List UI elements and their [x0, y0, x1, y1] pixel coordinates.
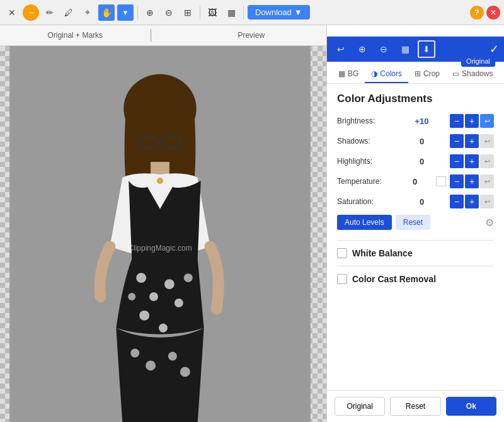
gear-icon[interactable]: ⚙ [485, 217, 494, 229]
svg-point-7 [175, 299, 183, 307]
saturation-label: Saturation: [337, 197, 394, 206]
saturation-plus[interactable]: + [465, 195, 479, 208]
tab-bg-label: BG [348, 69, 358, 78]
shadows-icon: ▭ [452, 69, 459, 78]
hand-tool-icon[interactable]: ✋ [98, 4, 115, 21]
select-tool-icon[interactable]: ▼ [117, 4, 134, 21]
temperature-plus[interactable]: + [465, 174, 479, 188]
separator-3 [243, 6, 244, 20]
tab-colors-label: Colors [380, 69, 402, 78]
color-cast-section: Color Cast Removal [337, 266, 494, 292]
highlights-controls: − + ↩ [450, 154, 494, 168]
brightness-minus[interactable]: − [450, 114, 464, 128]
brightness-value: +10 [398, 117, 446, 126]
main-container: Original + Marks Preview [0, 25, 504, 422]
tab-crop[interactable]: ⊞ Crop [408, 66, 446, 83]
temperature-minus[interactable]: − [450, 174, 464, 188]
image-icon[interactable]: 🖼 [204, 4, 220, 21]
white-balance-checkbox[interactable] [337, 248, 347, 258]
download-arrow: ▼ [294, 8, 302, 17]
panel-content: Color Adjustments Brightness: +10 − + ↩ … [327, 84, 504, 390]
temperature-value: 0 [398, 177, 432, 186]
panel-zoom-in-icon[interactable]: ⊕ [353, 40, 371, 58]
color-adjustments-title: Color Adjustments [337, 93, 494, 105]
highlights-minus[interactable]: − [450, 154, 464, 168]
close-app-icon[interactable]: ✕ [486, 6, 500, 20]
preview-label: Preview [151, 31, 327, 40]
saturation-minus[interactable]: − [450, 195, 464, 208]
brightness-plus[interactable]: + [465, 114, 479, 128]
panel-download-icon[interactable]: ⬇ [418, 40, 435, 58]
highlights-plus[interactable]: + [465, 154, 479, 168]
download-button[interactable]: Download ▼ [248, 5, 310, 20]
temperature-reset[interactable]: ↩ [480, 174, 494, 188]
right-panel: Original ↩ ⊕ ⊖ ▦ ⬇ ✓ ▦ BG ◑ Colors ⊞ Cro… [326, 25, 504, 422]
reset-button[interactable]: Reset [396, 215, 430, 230]
svg-point-4 [136, 273, 146, 283]
svg-point-18 [180, 367, 190, 377]
person-image: ClippingMagic.com [9, 46, 311, 422]
action-row: Auto Levels Reset ⚙ [337, 215, 494, 230]
bottom-reset-button[interactable]: Reset [390, 397, 440, 416]
shadows-label: Shadows: [337, 137, 394, 145]
canvas-viewport[interactable]: ClippingMagic.com [0, 46, 326, 422]
white-balance-header[interactable]: White Balance [337, 248, 494, 258]
brush-icon[interactable]: 🖊 [60, 4, 77, 21]
undo-icon[interactable]: ↩ [332, 40, 350, 58]
tab-colors[interactable]: ◑ Colors [365, 66, 408, 83]
svg-point-11 [184, 273, 193, 282]
eraser-icon[interactable]: ✏ [42, 4, 58, 21]
svg-point-17 [168, 352, 177, 361]
shadows-row: Shadows: 0 − + ↩ [337, 134, 494, 148]
person-svg [9, 46, 311, 422]
main-toolbar: ✕ − ✏ 🖊 ⌖ ✋ ▼ ⊕ ⊖ ⊞ 🖼 ▦ Download ▼ ? ✕ [0, 0, 504, 25]
lasso-icon[interactable]: ⌖ [79, 4, 96, 21]
canvas-area: Original + Marks Preview [0, 25, 326, 422]
saturation-value: 0 [398, 197, 446, 207]
fit-view-icon[interactable]: ⊞ [180, 4, 196, 21]
panel-check-icon[interactable]: ✓ [490, 42, 499, 56]
watermark: ClippingMagic.com [128, 244, 192, 253]
svg-point-15 [130, 349, 139, 358]
highlights-reset[interactable]: ↩ [480, 154, 494, 168]
bottom-original-button[interactable]: Original [335, 397, 385, 416]
tab-shadows[interactable]: ▭ Shadows [446, 66, 499, 83]
colors-icon: ◑ [371, 69, 377, 78]
saturation-row: Saturation: 0 − + ↩ [337, 195, 494, 208]
zoom-in-icon[interactable]: ⊕ [142, 4, 158, 21]
close-icon[interactable]: ✕ [4, 4, 20, 21]
original-overlay-button[interactable]: Original [461, 55, 495, 67]
grid-view-icon[interactable]: ▦ [223, 4, 239, 21]
zoom-out-icon[interactable]: ⊖ [161, 4, 177, 21]
color-cast-header[interactable]: Color Cast Removal [337, 274, 494, 284]
crop-icon: ⊞ [415, 69, 421, 78]
svg-point-9 [159, 324, 168, 333]
temperature-row: Temperature: 0 − + ↩ [337, 174, 494, 188]
tab-shadows-label: Shadows [462, 69, 493, 78]
auto-levels-button[interactable]: Auto Levels [337, 215, 392, 230]
original-marks-label: Original + Marks [0, 31, 151, 40]
highlights-value: 0 [398, 157, 446, 166]
svg-point-5 [149, 292, 158, 301]
svg-point-19 [157, 178, 163, 184]
help-icon[interactable]: ? [470, 6, 484, 20]
white-balance-title: White Balance [352, 248, 413, 258]
svg-point-6 [164, 279, 175, 289]
shadows-controls: − + ↩ [450, 134, 494, 148]
minimize-icon[interactable]: − [23, 4, 39, 21]
temperature-controls: − + ↩ [450, 174, 494, 188]
shadows-reset[interactable]: ↩ [480, 134, 494, 148]
shadows-plus[interactable]: + [465, 134, 479, 148]
brightness-reset[interactable]: ↩ [480, 114, 494, 128]
separator-2 [200, 6, 200, 20]
brightness-controls: − + ↩ [450, 114, 494, 128]
panel-grid-icon[interactable]: ▦ [396, 40, 414, 58]
saturation-controls: − + ↩ [450, 195, 494, 208]
brightness-row: Brightness: +10 − + ↩ [337, 114, 494, 128]
color-cast-checkbox[interactable] [337, 274, 347, 284]
tab-bg[interactable]: ▦ BG [332, 66, 365, 83]
panel-zoom-out-icon[interactable]: ⊖ [375, 40, 392, 58]
bottom-ok-button[interactable]: Ok [446, 397, 496, 416]
shadows-minus[interactable]: − [450, 134, 464, 148]
saturation-reset[interactable]: ↩ [480, 195, 494, 208]
